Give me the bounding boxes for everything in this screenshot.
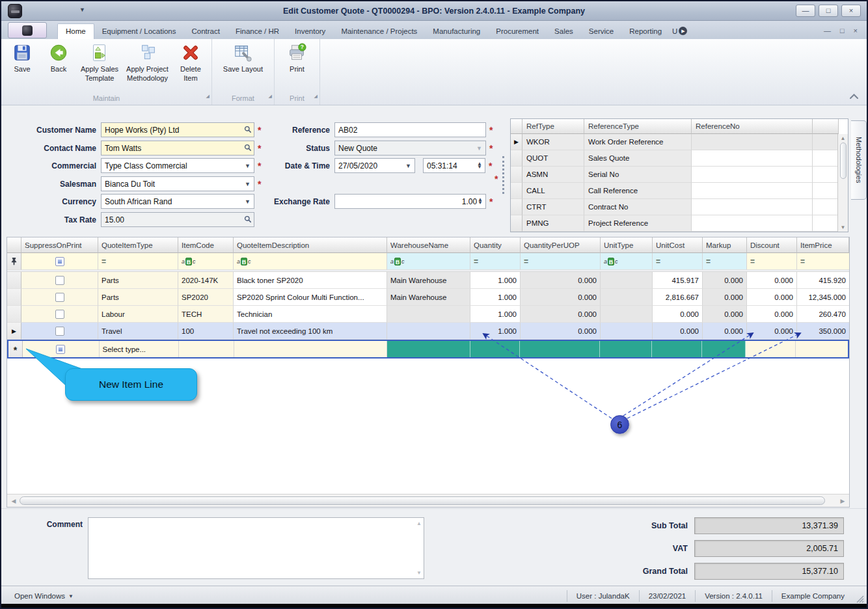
save-layout-button[interactable]: Save Layout [219,42,267,74]
cell-quantity[interactable]: 1.000 [470,289,521,306]
ref-row[interactable]: ASMN Serial No [511,167,848,183]
search-icon[interactable] [244,142,252,154]
scroll-up-icon[interactable]: ▲ [416,521,422,526]
ref-row[interactable]: ▶ WKOR Work Order Reference [511,134,848,150]
tax-rate-field[interactable] [101,212,254,227]
cell-markup[interactable]: 0.000 [703,306,747,323]
minimize-button[interactable]: — [796,5,815,17]
customer-name-field[interactable] [101,122,254,137]
cell-markup[interactable] [702,341,746,357]
tab-equipment-locations[interactable]: Equipment / Locations [94,24,184,39]
suppress-checkbox[interactable] [55,276,64,285]
cell-itemprice[interactable]: 260.470 [797,306,849,323]
salesman-dropdown[interactable]: ▼ [101,176,254,191]
cell-itemprice[interactable]: 12,345.000 [797,289,849,306]
salesman-value[interactable] [105,180,243,189]
cell-markup[interactable]: 0.000 [703,323,747,340]
reference-grid-scrollbar[interactable]: ▲ ▼ [837,134,848,232]
cell-unittype[interactable] [601,289,653,306]
cell-unitcost[interactable]: 2,816.667 [653,289,703,306]
ref-cell[interactable]: Sales Quote [584,150,692,167]
dialog-launcher-icon[interactable]: ◢ [314,90,318,102]
filter-suppressonprint[interactable] [21,253,98,270]
close-button[interactable]: × [841,5,861,17]
cell-unittype[interactable] [601,306,653,323]
col-header-quoteitemdescription[interactable]: QuoteItemDescription [234,237,387,253]
col-header-quoteitemtype[interactable]: QuoteItemType [98,237,178,253]
tab-manufacturing[interactable]: Manufacturing [425,24,488,39]
cell-markup[interactable]: 0.000 [703,272,747,289]
ref-cell[interactable]: Call Reference [584,183,692,199]
ref-cell[interactable] [692,183,813,199]
col-header-quantityperuop[interactable]: QuantityPerUOP [521,237,601,253]
filter-quoteitemdescription[interactable]: aBc [234,253,387,270]
tab-reporting[interactable]: Reporting [621,24,670,39]
ref-cell[interactable] [692,134,813,150]
ref-cell[interactable]: Work Order Reference [584,134,692,150]
cell-unitcost[interactable]: 415.917 [653,272,703,289]
suppress-checkbox[interactable] [56,345,65,354]
table-row-selected[interactable]: ▶ Travel 100 Travel not exceeding 100 km… [7,323,849,340]
cell-itemprice[interactable]: 415.920 [797,272,849,289]
scroll-right-icon[interactable]: ▶ [838,498,847,504]
currency-dropdown[interactable]: ▼ [101,194,254,209]
ref-cell[interactable]: Contract No [584,199,692,215]
tab-scroll-icon[interactable]: ▶ [679,27,687,35]
col-header-discount[interactable]: Discount [747,237,797,253]
cell-description[interactable]: Travel not exceeding 100 km [234,323,387,340]
cell-quantity[interactable] [470,341,521,357]
ref-row[interactable]: QUOT Sales Quote [511,150,848,167]
cell-itemcode[interactable]: 2020-147K [178,272,234,289]
ref-col-reftype[interactable]: RefType [522,119,584,134]
collapse-ribbon-icon[interactable] [849,90,859,102]
ref-cell[interactable]: WKOR [522,134,584,150]
save-button[interactable]: Save [4,42,40,74]
ref-cell[interactable]: ASMN [522,167,584,183]
comment-textarea[interactable] [88,518,424,578]
cell-warehouse[interactable]: Main Warehouse [387,289,470,306]
scroll-up-icon[interactable]: ▲ [841,135,846,141]
tab-service[interactable]: Service [581,24,621,39]
ref-cell[interactable]: Serial No [584,167,692,183]
cell-quantityperuop[interactable]: 0.000 [521,306,601,323]
cell-discount[interactable] [746,341,796,357]
ref-row[interactable]: PMNG Project Reference [511,215,848,232]
open-windows-button[interactable]: Open Windows ▼ [14,592,74,600]
tab-maintenance-projects[interactable]: Maintenance / Projects [333,24,425,39]
cell-itemcode[interactable] [179,341,234,357]
ref-col-referencetype[interactable]: ReferenceType [584,119,692,134]
cell-warehouse[interactable] [387,341,470,357]
cell-warehouse[interactable]: Main Warehouse [387,272,470,289]
commercial-dropdown[interactable]: ▼ [101,158,254,173]
cell-discount[interactable]: 0.000 [747,272,797,289]
filter-markup[interactable]: = [703,253,747,270]
filter-warehousename[interactable]: aBc [387,253,470,270]
scroll-left-icon[interactable]: ◀ [9,498,18,504]
indeterminate-checkbox[interactable] [55,257,64,266]
cell-itemcode[interactable]: SP2020 [178,289,234,306]
cell-warehouse[interactable] [387,323,470,340]
apply-project-methodology-button[interactable]: Apply ProjectMethodology [122,42,172,83]
cell-quantityperuop[interactable]: 0.000 [521,272,601,289]
cell-quoteitemtype[interactable]: Labour [98,306,178,323]
cell-discount[interactable]: 0.000 [747,306,797,323]
cell-discount[interactable]: 0.000 [747,289,797,306]
ref-cell[interactable] [692,150,813,167]
cell-select-type[interactable]: Select type... [100,341,180,357]
spinner-arrows-icon[interactable]: ▲▼ [476,163,483,169]
col-header-markup[interactable]: Markup [703,237,747,253]
customer-name-input[interactable] [105,126,244,135]
chevron-down-icon[interactable]: ▼ [243,181,252,187]
cell-warehouse[interactable] [387,306,470,323]
cell-markup[interactable]: 0.000 [703,289,747,306]
tab-contract[interactable]: Contract [183,24,227,39]
cell-unitcost[interactable]: 0.000 [653,323,703,340]
tab-finance-hr[interactable]: Finance / HR [228,24,287,39]
tab-procurement[interactable]: Procurement [488,24,547,39]
time-input[interactable] [427,161,476,170]
reference-input[interactable] [338,126,483,135]
cell-unittype[interactable] [600,341,652,357]
resize-grip-icon[interactable] [855,594,864,603]
exchange-rate-input[interactable] [338,197,477,206]
ref-cell[interactable] [692,199,813,215]
